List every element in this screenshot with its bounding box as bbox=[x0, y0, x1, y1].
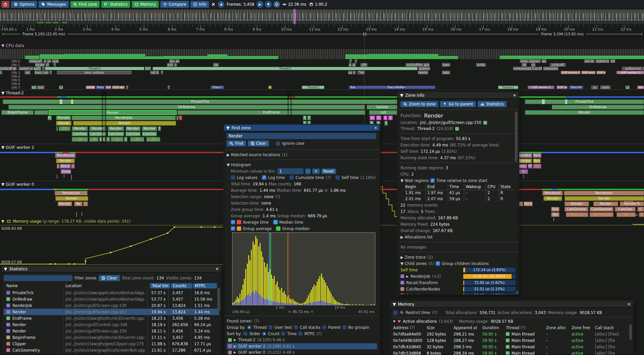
zone-chip[interactable]: ~ bbox=[519, 169, 528, 174]
zone-chip[interactable]: aud bbox=[167, 63, 173, 66]
zone-chip[interactable]: Render bbox=[108, 126, 124, 131]
zone-chip[interactable]: g( bbox=[13, 67, 16, 70]
zone-chip[interactable]: GUIF-w bbox=[596, 71, 606, 74]
child-zone-row[interactable]: Submit35.63 us (0.79%) bbox=[400, 292, 516, 295]
zone-chip[interactable]: S bbox=[388, 116, 393, 120]
zone-chip[interactable]: ws bbox=[542, 59, 546, 63]
zone-chip[interactable]: Ren bbox=[533, 159, 541, 163]
radio-sort-by-mtpc[interactable] bbox=[298, 331, 303, 336]
zone-statistics-button[interactable]: Statistics bbox=[478, 101, 506, 107]
zone-chip[interactable]: Set bbox=[551, 212, 559, 217]
child-zones-expander[interactable]: ▼ Child zones bbox=[400, 261, 427, 266]
zone-chip[interactable]: 19 bbox=[533, 164, 541, 169]
zone-chip[interactable] bbox=[71, 99, 73, 104]
zone-chip[interactable]: CalcGeome bbox=[565, 207, 588, 212]
radio-sort-by-time[interactable] bbox=[281, 331, 285, 336]
zone-chip[interactable]: Tracy Pr bbox=[569, 86, 583, 89]
zone-info-titlebar[interactable]: ▼ Zone info ✕ bbox=[398, 92, 519, 99]
radio-sort-by-order[interactable] bbox=[243, 331, 248, 336]
zone-chip[interactable]: Renc bbox=[533, 153, 541, 158]
statistics-row[interactable]: CalcGeometryjni/../jni/src/claw/graphics… bbox=[4, 347, 219, 353]
wait-region-row[interactable]: 2.01 ms2.07 ms59 µs-2R bbox=[404, 196, 515, 202]
statistics-row[interactable]: BeginFramejni/../jni/src/claw/gfx/drv/vk… bbox=[4, 334, 219, 341]
expand-icon[interactable]: ▶ bbox=[234, 338, 236, 342]
zone-chip[interactable]: Render bbox=[58, 202, 72, 206]
radio-group-by-user-text[interactable] bbox=[268, 325, 273, 329]
find-zone-titlebar[interactable]: ▼ Find zone ✕ bbox=[224, 125, 380, 131]
zone-chip[interactable]: Render bbox=[517, 159, 532, 163]
statistics-titlebar[interactable]: ▼ Statistics ✕ bbox=[2, 266, 221, 272]
zone-chip[interactable]: Update bbox=[367, 105, 397, 109]
section-header-thread-2[interactable]: ▼ Thread-2 bbox=[1, 91, 24, 95]
zone-chip[interactable]: s bbox=[44, 59, 46, 63]
zone-chip[interactable] bbox=[34, 110, 48, 115]
zone-chip[interactable]: C bbox=[637, 207, 644, 212]
zone-chip[interactable]: Render bbox=[565, 196, 644, 201]
zone-chip[interactable]: CalcGeo bbox=[72, 132, 88, 136]
radio-group-by-thread[interactable] bbox=[247, 325, 252, 329]
zone-chip[interactable]: system-g bbox=[596, 59, 609, 63]
zone-chip[interactable]: C bbox=[179, 116, 182, 120]
zone-chip[interactable]: Dra bbox=[551, 207, 559, 212]
child-zone-row[interactable]: CalcRenderNodes51.51 us (1.15%) bbox=[400, 286, 516, 292]
zone-chip[interactable]: rworke bbox=[418, 71, 428, 74]
zone-chip[interactable]: 4C 9 C(10 bbox=[590, 212, 613, 217]
zone-chip[interactable]: composer@ bbox=[543, 67, 558, 70]
clear-button[interactable]: Clear bbox=[248, 140, 269, 146]
zone-chip[interactable]: 5 bbox=[83, 202, 88, 206]
matched-locations-expander[interactable]: ▶ Matched source locations bbox=[227, 152, 280, 157]
zone-chip[interactable]: FF bbox=[528, 164, 532, 169]
zone-chip[interactable]: Re bbox=[74, 202, 83, 206]
zone-chip[interactable]: 24 bbox=[616, 212, 636, 217]
zone-chip[interactable]: sen-ds bbox=[584, 59, 594, 63]
radio-group-by-parent[interactable] bbox=[322, 325, 326, 329]
zone-chip[interactable] bbox=[56, 126, 58, 131]
zone-chip[interactable]: s bbox=[353, 71, 356, 74]
zone-chip[interactable]: Render bbox=[565, 202, 589, 206]
zone-chip[interactable]: Si bbox=[376, 116, 381, 120]
zone-chip[interactable]: surfacefling bbox=[406, 63, 423, 66]
zone-chip[interactable]: RenderJob bbox=[55, 191, 88, 195]
zone-chip[interactable]: syste bbox=[600, 86, 610, 89]
zone-chip[interactable]: tracy_systrace bbox=[57, 71, 131, 74]
time-relative-checkbox[interactable] bbox=[430, 178, 435, 183]
checkbox-log-time[interactable] bbox=[262, 175, 266, 180]
statistics-scrollbar[interactable] bbox=[217, 288, 220, 311]
memory-col-address[interactable]: Address (?) bbox=[393, 325, 427, 330]
zone-chip[interactable] bbox=[60, 99, 62, 104]
zone-chip[interactable]: RenderJob bbox=[55, 153, 76, 158]
memory-col-call-stack[interactable]: Call stack bbox=[595, 325, 632, 330]
zone-chip[interactable]: Render bbox=[73, 121, 176, 126]
zone-chip[interactable]: ^ bbox=[355, 59, 357, 63]
zone-chip[interactable]: Render bbox=[525, 110, 644, 115]
zone-chip[interactable]: C bbox=[124, 137, 127, 142]
zone-chip[interactable]: OnRedraw bbox=[8, 105, 365, 109]
memory-titlebar[interactable]: ▼ Memory ✕ bbox=[390, 301, 633, 308]
zone-chip[interactable]: (au bbox=[169, 59, 175, 63]
zone-chip[interactable]: Render bbox=[543, 196, 562, 201]
zone-chip[interactable]: Tracy ! bbox=[211, 86, 224, 89]
zone-chip[interactable]: Thread-2 bbox=[45, 67, 144, 70]
memory-scrollbar[interactable] bbox=[629, 324, 632, 340]
zone-trace-expander[interactable]: ▶ Zone trace bbox=[400, 255, 426, 260]
zone-chip[interactable]: surfacefli bbox=[550, 63, 566, 66]
zone-chip[interactable]: GUIF worker 1 bbox=[616, 71, 644, 74]
zone-chip[interactable]: Render bbox=[56, 116, 71, 120]
resize-grip[interactable] bbox=[515, 290, 518, 294]
child-zone-row[interactable]: RecalcTransform72.92 us (1.62%) bbox=[400, 279, 516, 286]
memory-allocation-row[interactable]: 0x7e049b3d00128 bytes298.27 ms59.95 sMai… bbox=[393, 337, 630, 344]
close-icon[interactable]: ✕ bbox=[627, 302, 631, 307]
zone-chip[interactable]: kgks bbox=[442, 71, 450, 74]
close-icon[interactable]: ✕ bbox=[513, 93, 516, 98]
zone-chip[interactable]: tracy_systraci bbox=[520, 59, 541, 63]
zone-chip[interactable]: call bbox=[369, 110, 397, 115]
checkbox-cumulate-time[interactable] bbox=[289, 175, 294, 180]
zone-chip[interactable]: syst bbox=[52, 59, 59, 63]
zone-chip[interactable]: Tracy bbox=[96, 86, 105, 89]
zoom-to-zone-button[interactable]: Zoom to zone bbox=[400, 101, 438, 107]
zone-chip[interactable]: Render bbox=[72, 126, 88, 131]
section-header-cpu-data[interactable]: ▼ CPU data bbox=[1, 43, 24, 48]
zone-chip[interactable]: ^md^ bbox=[358, 71, 364, 74]
zone-chip[interactable]: s(@ssurf bbox=[29, 59, 42, 63]
zone-chip[interactable]: RenderJ bbox=[517, 153, 532, 158]
